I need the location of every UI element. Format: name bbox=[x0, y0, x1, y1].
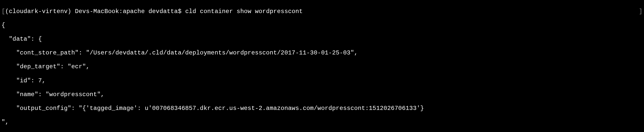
terminal-window[interactable]: [(cloudark-virtenv) Devs-MacBook:apache … bbox=[2, 1, 642, 132]
prompt-cwd: apache bbox=[123, 8, 148, 15]
json-output-line: "dep_target": "ecr", bbox=[2, 63, 642, 70]
json-output-line: "data": { bbox=[2, 36, 642, 43]
json-output-line: "id": 7, bbox=[2, 77, 642, 84]
prompt-close-bracket: ] bbox=[639, 8, 642, 15]
prompt-open-bracket: [ bbox=[2, 8, 5, 15]
json-output-line: "cont_store_path": "/Users/devdatta/.cld… bbox=[2, 49, 642, 56]
json-output-line: "name": "wordpresscont", bbox=[2, 91, 642, 98]
json-output-line: ", bbox=[2, 119, 642, 126]
prompt-host: Devs-MacBook: bbox=[75, 8, 123, 15]
prompt-user: devdatta$ bbox=[148, 8, 185, 15]
json-output-line: { bbox=[2, 22, 642, 29]
command-text: cld container show wordpresscont bbox=[185, 8, 303, 15]
prompt-venv: (cloudark-virtenv) bbox=[5, 8, 75, 15]
prompt-line: [(cloudark-virtenv) Devs-MacBook:apache … bbox=[2, 8, 642, 15]
json-output-line: "output_config": "{'tagged_image': u'007… bbox=[2, 105, 642, 112]
